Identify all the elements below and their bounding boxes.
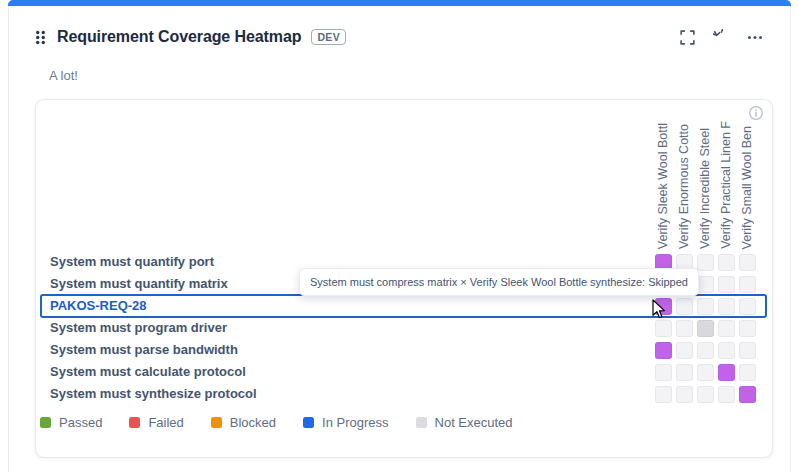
widget-title: Requirement Coverage Heatmap (57, 28, 301, 46)
legend-item: In Progress (303, 415, 388, 430)
dev-badge: DEV (311, 29, 346, 45)
heatmap-cell[interactable] (655, 364, 672, 381)
row-label[interactable]: System must quantify port (50, 253, 214, 271)
tooltip: System must compress matrix × Verify Sle… (299, 268, 699, 296)
row-label[interactable]: System must program driver (50, 319, 227, 337)
column-header[interactable]: Verify Enormous Cotto (677, 124, 691, 249)
row-label[interactable]: System must calculate protocol (50, 363, 246, 381)
legend-swatch (416, 417, 427, 428)
column-header[interactable]: Verify Incredible Steel (698, 128, 712, 249)
legend-item: Passed (40, 415, 102, 430)
collapse-button[interactable] (644, 28, 662, 46)
heatmap-cell[interactable] (655, 386, 672, 403)
fullscreen-button[interactable] (678, 28, 696, 46)
row-label[interactable]: System must parse bandwidth (50, 341, 238, 359)
info-icon[interactable] (748, 105, 764, 125)
row-label[interactable]: System must quantify matrix (50, 275, 228, 293)
heatmap-cell[interactable] (718, 254, 735, 271)
legend-swatch (303, 417, 314, 428)
legend-label: In Progress (322, 415, 388, 430)
legend: PassedFailedBlockedIn ProgressNot Execut… (40, 415, 513, 430)
legend-swatch (129, 417, 140, 428)
refresh-button[interactable] (712, 28, 730, 46)
row-label[interactable]: PAKOS-REQ-28 (50, 297, 147, 315)
heatmap-cell[interactable] (697, 364, 714, 381)
heatmap-cell[interactable] (697, 298, 714, 315)
heatmap-cell[interactable] (676, 386, 693, 403)
legend-swatch (40, 417, 51, 428)
heatmap-cell[interactable] (655, 342, 672, 359)
legend-label: Failed (148, 415, 183, 430)
more-button[interactable] (746, 28, 764, 46)
heatmap-panel: Verify Sleek Wool BottlVerify Enormous C… (35, 99, 773, 458)
heatmap-cell[interactable] (739, 298, 756, 315)
widget-card: Requirement Coverage Heatmap DEV (8, 0, 791, 472)
dashboard-canvas: Requirement Coverage Heatmap DEV (0, 0, 799, 472)
heatmap-cell[interactable] (655, 320, 672, 337)
widget-description: A lot! (49, 68, 790, 83)
heatmap-cell[interactable] (697, 386, 714, 403)
heatmap-cell[interactable] (718, 364, 735, 381)
heatmap-cell[interactable] (739, 364, 756, 381)
heatmap-cell[interactable] (718, 342, 735, 359)
heatmap-cell[interactable] (697, 342, 714, 359)
legend-item: Failed (129, 415, 183, 430)
column-header[interactable]: Verify Practical Linen F (719, 121, 733, 249)
heatmap-cell[interactable] (739, 320, 756, 337)
mouse-cursor (652, 299, 668, 321)
heatmap-cell[interactable] (718, 386, 735, 403)
heatmap-cell[interactable] (676, 342, 693, 359)
legend-label: Passed (59, 415, 102, 430)
heatmap-cell[interactable] (676, 320, 693, 337)
heatmap-cell[interactable] (739, 254, 756, 271)
legend-swatch (211, 417, 222, 428)
legend-label: Not Executed (435, 415, 513, 430)
heatmap-cell[interactable] (718, 298, 735, 315)
heatmap-cell[interactable] (739, 276, 756, 293)
heatmap-cell[interactable] (676, 298, 693, 315)
heatmap-cell[interactable] (697, 254, 714, 271)
column-header[interactable]: Verify Small Wool Ben (740, 126, 754, 249)
column-header[interactable]: Verify Sleek Wool Bottl (656, 123, 670, 249)
heatmap-cell[interactable] (697, 320, 714, 337)
heatmap-cell[interactable] (697, 276, 714, 293)
legend-item: Not Executed (416, 415, 513, 430)
widget-header: Requirement Coverage Heatmap DEV (9, 6, 790, 53)
legend-item: Blocked (211, 415, 276, 430)
heatmap-cell[interactable] (739, 386, 756, 403)
row-label[interactable]: System must synthesize protocol (50, 385, 257, 403)
heatmap-cell[interactable] (739, 342, 756, 359)
heatmap-cell[interactable] (718, 276, 735, 293)
legend-label: Blocked (230, 415, 276, 430)
heatmap-cell[interactable] (676, 364, 693, 381)
drag-handle-icon[interactable] (35, 30, 46, 45)
heatmap-cell[interactable] (718, 320, 735, 337)
